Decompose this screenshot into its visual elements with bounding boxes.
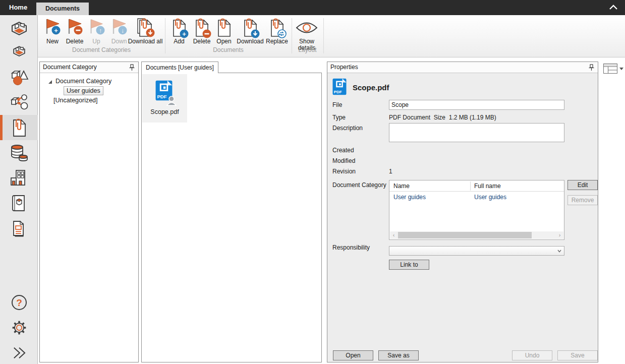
document-category-panel-header: Document Category — [40, 62, 138, 73]
sidebar-item-library[interactable] — [0, 191, 38, 216]
document-plus-icon: + — [168, 17, 190, 38]
closed-box-icon — [10, 43, 28, 61]
document-title: Scope.pdf — [353, 83, 389, 92]
sidebar-item-structures[interactable] — [0, 39, 38, 65]
layout-strip — [599, 60, 625, 364]
document-download-icon — [235, 17, 265, 38]
open-button[interactable]: Open — [333, 350, 373, 360]
tab-documents-user-guides[interactable]: Documents [User guides] — [141, 62, 218, 73]
book-icon — [10, 193, 28, 213]
documents-panel: Documents [User guides] PDF Scope.pdf — [141, 62, 322, 362]
save-as-button[interactable]: Save as — [378, 350, 419, 360]
tab-documents[interactable]: Documents — [36, 3, 89, 15]
responsibility-select[interactable] — [389, 246, 564, 256]
scroll-left-icon[interactable]: ‹ — [390, 231, 397, 239]
edit-button[interactable]: Edit — [567, 180, 598, 190]
svg-text:?: ? — [16, 297, 22, 308]
tree-expander-icon[interactable] — [48, 80, 52, 84]
created-label: Created — [332, 147, 354, 154]
flag-plus-icon: + — [41, 17, 64, 38]
modified-label: Modified — [332, 157, 355, 164]
delete-document-button[interactable]: Delete — [189, 17, 214, 45]
group-label-documents: Documents — [165, 46, 292, 53]
group-label-document-categories: Document Categories — [38, 46, 165, 53]
open-document-button[interactable]: Open — [213, 17, 235, 45]
group-separator — [323, 18, 324, 53]
description-input[interactable] — [389, 123, 564, 142]
column-divider — [470, 181, 471, 191]
panel-title: Properties — [330, 64, 358, 71]
save-button[interactable]: Save — [557, 350, 598, 360]
table-row[interactable]: User guides User guides — [389, 192, 564, 203]
replace-document-button[interactable]: Replace — [262, 17, 292, 45]
help-icon: ? — [10, 293, 28, 312]
download-all-button[interactable]: Download all — [128, 17, 163, 45]
documents-download-icon — [128, 17, 163, 38]
sidebar-item-relations[interactable] — [0, 90, 38, 115]
new-category-button[interactable]: + New — [41, 17, 64, 45]
svg-text:PDF: PDF — [157, 94, 166, 99]
horizontal-scrollbar[interactable]: ‹ › — [390, 231, 563, 239]
link-to-button[interactable]: Link to — [389, 260, 429, 270]
sidebar-item-objects[interactable] — [0, 65, 38, 90]
flag-up-icon: ↑ — [87, 17, 105, 38]
revision-value: 1 — [389, 168, 392, 175]
scroll-right-icon[interactable]: › — [556, 231, 563, 239]
sidebar-item-model[interactable] — [0, 17, 38, 42]
sidebar-item-settings[interactable] — [0, 315, 38, 340]
remove-button[interactable]: Remove — [567, 195, 598, 205]
document-item-label: Scope.pdf — [150, 108, 179, 115]
file-label: File — [332, 101, 342, 108]
cell-full-name[interactable]: User guides — [474, 194, 506, 201]
pdf-person-icon: PDF — [153, 80, 177, 106]
file-input[interactable] — [389, 100, 564, 110]
svg-text:+: + — [54, 27, 58, 34]
cell-name[interactable]: User guides — [393, 194, 426, 201]
ribbon: + New Delete ↑ Up ↓ Down — [38, 15, 625, 57]
layout-selector-button[interactable] — [603, 63, 623, 75]
undo-button[interactable]: Undo — [512, 350, 552, 360]
column-header-full-name[interactable]: Full name — [474, 183, 501, 190]
properties-panel-header: Properties — [327, 62, 598, 73]
tree-node-user-guides[interactable]: User guides — [64, 86, 103, 95]
document-category-table: Name Full name User guides User guides ‹… — [389, 180, 564, 240]
scrollbar-thumb[interactable] — [398, 232, 532, 238]
flag-minus-icon — [62, 17, 87, 38]
move-down-button[interactable]: ↓ Down — [108, 17, 130, 45]
sidebar-item-reports[interactable] — [0, 216, 38, 241]
download-document-button[interactable]: Download — [235, 17, 265, 45]
tree-node-root[interactable]: Document Category — [48, 78, 111, 85]
type-label: Type — [332, 114, 346, 121]
shapes-icon — [9, 67, 29, 87]
document-item-scope-pdf[interactable]: PDF Scope.pdf — [142, 74, 187, 123]
sidebar-item-help[interactable]: ? — [0, 290, 38, 315]
table-header: Name Full name — [389, 180, 564, 192]
documents-list: PDF Scope.pdf — [141, 73, 322, 362]
document-category-panel: Document Category Document Category User… — [39, 62, 139, 362]
svg-text:+: + — [182, 30, 186, 38]
home-menu[interactable]: Home — [9, 4, 27, 11]
collapse-ribbon-icon[interactable] — [609, 4, 619, 11]
report-pages-icon — [10, 218, 29, 238]
share-cube-icon — [9, 92, 29, 112]
tree-node-uncategorized[interactable]: [Uncategorized] — [53, 97, 98, 104]
move-up-button[interactable]: ↑ Up — [87, 17, 105, 45]
delete-category-button[interactable]: Delete — [62, 17, 87, 45]
layout-icon — [603, 64, 617, 74]
sidebar-item-organization[interactable] — [0, 165, 38, 191]
pin-icon[interactable] — [129, 64, 135, 71]
responsibility-label: Responsibility — [332, 244, 370, 251]
chevron-down-icon — [557, 250, 561, 253]
document-replace-icon — [262, 17, 292, 38]
properties-panel: Properties Scope.pdf File Type PDF Docum… — [327, 62, 598, 362]
sidebar-item-documents[interactable] — [0, 115, 38, 140]
column-header-name[interactable]: Name — [393, 183, 410, 190]
add-document-button[interactable]: + Add — [168, 17, 190, 45]
sidebar-item-data[interactable] — [0, 140, 38, 165]
building-icon — [9, 168, 29, 188]
open-box-icon — [9, 19, 29, 39]
flag-down-icon: ↓ — [108, 17, 130, 38]
pin-icon[interactable] — [588, 64, 595, 71]
sidebar-expand-button[interactable] — [0, 340, 38, 364]
group-label-layout: Layout — [292, 46, 323, 53]
